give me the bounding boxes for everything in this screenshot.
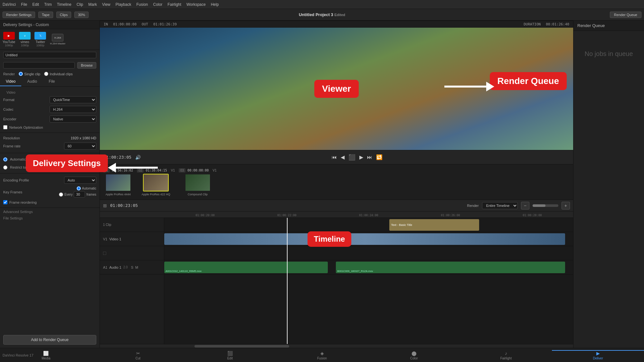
out-label: OUT bbox=[142, 22, 148, 26]
menu-view[interactable]: View bbox=[102, 2, 110, 7]
keyframes-auto-option[interactable]: Automatic bbox=[77, 186, 96, 190]
keyframes-every-input[interactable] bbox=[74, 191, 85, 198]
tab-video[interactable]: Video bbox=[0, 77, 21, 86]
menu-fusion[interactable]: Fusion bbox=[136, 2, 148, 7]
menu-color[interactable]: Color bbox=[153, 2, 163, 7]
filename-input[interactable] bbox=[3, 52, 96, 58]
title-clip[interactable]: Text - Basic Title bbox=[389, 219, 479, 231]
menu-mark[interactable]: Mark bbox=[88, 2, 97, 7]
restrict-radio[interactable] bbox=[3, 165, 7, 170]
stop-button[interactable]: ⬛ bbox=[348, 154, 355, 161]
menu-clip[interactable]: Clip bbox=[77, 2, 83, 7]
preset-vimeo[interactable]: v vimeo 1080p bbox=[19, 32, 31, 47]
play-backward-button[interactable]: ◀ bbox=[341, 154, 345, 160]
menu-fairlight[interactable]: Fairlight bbox=[167, 2, 181, 7]
render-settings-button[interactable]: Render Settings bbox=[3, 12, 35, 18]
individual-clips-option[interactable]: Individual clips bbox=[44, 72, 73, 76]
tab-file[interactable]: File bbox=[43, 77, 61, 86]
preset-youtube[interactable]: ▶ YouTube 1080p bbox=[3, 32, 15, 47]
quality-auto-radio[interactable] bbox=[3, 157, 7, 162]
encoder-select[interactable]: Native bbox=[50, 116, 96, 123]
framerate-select[interactable]: 60 bbox=[64, 143, 96, 150]
viewer-area: Viewer bbox=[100, 28, 573, 150]
nav-fairlight[interactable]: ♪ Fairlight bbox=[460, 350, 552, 360]
zoom-out-button[interactable]: − bbox=[521, 202, 529, 209]
menu-playback[interactable]: Playback bbox=[116, 2, 131, 7]
audio-clip-2[interactable]: B001C009_180327_R1ZA.mov bbox=[336, 262, 565, 273]
file-settings-label: File Settings bbox=[0, 214, 99, 221]
blank-track-row bbox=[164, 246, 573, 260]
list-item[interactable]: 02 01:38:04:15 V1 Apple ProRes 422 HQ bbox=[137, 168, 175, 196]
viewer-image: Viewer bbox=[100, 28, 573, 150]
timeline-playhead[interactable] bbox=[287, 218, 288, 344]
track-content: Text - Basic Title Timeline bbox=[164, 218, 573, 344]
render-queue-panel: Render Queue No jobs in queue Render Que… bbox=[573, 21, 644, 348]
nav-edit[interactable]: ⬛ Edit bbox=[184, 350, 276, 360]
menu-file[interactable]: File bbox=[21, 2, 27, 7]
menu-davinci[interactable]: DaVinci bbox=[3, 2, 16, 7]
volume-icon[interactable]: 🔊 bbox=[135, 155, 141, 160]
video-clip[interactable] bbox=[164, 233, 565, 245]
title-track-row: Text - Basic Title bbox=[164, 218, 573, 232]
network-opt-checkbox[interactable] bbox=[3, 125, 7, 129]
list-item[interactable]: 01 02:56:16:02 Apple ProRes 4444 bbox=[103, 168, 133, 196]
davinci-logo: DaVinci Resolve 17 bbox=[3, 353, 33, 357]
play-forward-button[interactable]: ▶ bbox=[359, 154, 363, 160]
location-input[interactable] bbox=[3, 62, 75, 69]
grid-icon[interactable]: ⊞ bbox=[103, 203, 107, 208]
tape-button[interactable]: Tape bbox=[38, 12, 53, 18]
a1-label: A1 bbox=[103, 265, 107, 269]
add-to-queue-button[interactable]: Add to Render Queue bbox=[3, 335, 96, 345]
clip-thumb-1[interactable] bbox=[105, 174, 131, 191]
menu-workspace[interactable]: Workspace bbox=[186, 2, 206, 7]
clip-thumb-2[interactable] bbox=[143, 174, 169, 191]
list-item[interactable]: 03 00:00:00:00 V1 Compound Clip bbox=[179, 168, 217, 196]
restrict-value-input[interactable] bbox=[29, 164, 87, 171]
loop-button[interactable]: 🔁 bbox=[376, 154, 383, 160]
codec-label: Codec bbox=[3, 107, 14, 111]
out-time: 01:01:26:39 bbox=[153, 22, 177, 26]
format-select[interactable]: QuickTime bbox=[50, 96, 96, 103]
format-label: Format bbox=[3, 98, 14, 102]
render-range-select[interactable]: Entire Timeline bbox=[482, 202, 518, 209]
nav-fusion-label: Fusion bbox=[317, 357, 327, 360]
menu-help[interactable]: Help bbox=[211, 2, 219, 7]
clip-index-2: 02 bbox=[137, 168, 144, 172]
clip-thumb-3[interactable] bbox=[185, 174, 211, 191]
nav-deliver[interactable]: ▶ Deliver bbox=[552, 350, 644, 360]
timeline-zoom-slider[interactable] bbox=[533, 204, 558, 207]
track-label-blank: □ bbox=[100, 246, 164, 260]
menu-trim[interactable]: Trim bbox=[44, 2, 52, 7]
clip-time-3: 00:00:00:00 bbox=[187, 169, 209, 172]
viewer-controls: 01:00:23:05 🔊 ⏮ ◀ ⬛ ▶ ⏭ 🔁 bbox=[100, 150, 573, 164]
keyframes-every-option[interactable]: Every frames bbox=[59, 191, 96, 198]
zoom-button[interactable]: 30% bbox=[74, 12, 89, 18]
menu-timeline[interactable]: Timeline bbox=[57, 2, 71, 7]
menu-edit[interactable]: Edit bbox=[32, 2, 39, 7]
codec-select[interactable]: H.264 bbox=[50, 106, 96, 113]
codec-row: Codec H.264 bbox=[3, 105, 96, 114]
clips-button[interactable]: Clips bbox=[56, 12, 71, 18]
render-queue-button[interactable]: Render Queue bbox=[610, 12, 641, 18]
restrict-to-row: Restrict to Kb/s bbox=[3, 163, 96, 171]
timeline-scrollbar[interactable] bbox=[100, 344, 573, 348]
preset-h264[interactable]: H.264 H.264 Master bbox=[50, 34, 65, 45]
quality-best-select[interactable]: Best bbox=[64, 156, 96, 163]
nav-color[interactable]: ⬤ Color bbox=[368, 350, 460, 360]
browse-button[interactable]: Browse bbox=[77, 62, 96, 69]
single-clip-option[interactable]: Single clip bbox=[19, 72, 40, 76]
video1-label: Video 1 bbox=[109, 237, 121, 241]
render-queue-title: Render Queue bbox=[573, 21, 644, 31]
nav-cut[interactable]: ✂ Cut bbox=[92, 350, 184, 360]
media-icon: ⬜ bbox=[43, 351, 49, 356]
audio-clip-1[interactable]: A001C012_140110_R6M5.mov bbox=[164, 262, 328, 273]
nav-fusion[interactable]: ◈ Fusion bbox=[276, 350, 368, 360]
tab-audio[interactable]: Audio bbox=[21, 77, 43, 86]
zoom-in-button[interactable]: + bbox=[562, 202, 570, 209]
preset-twitter[interactable]: 𝕏 Twitter 1080p bbox=[34, 32, 46, 47]
frame-reordering-checkbox[interactable] bbox=[3, 200, 7, 204]
goto-end-button[interactable]: ⏭ bbox=[367, 154, 372, 160]
encoding-profile-select[interactable]: Auto bbox=[64, 177, 96, 184]
goto-start-button[interactable]: ⏮ bbox=[332, 154, 337, 160]
frame-reordering-label: Frame reordering bbox=[9, 200, 37, 204]
